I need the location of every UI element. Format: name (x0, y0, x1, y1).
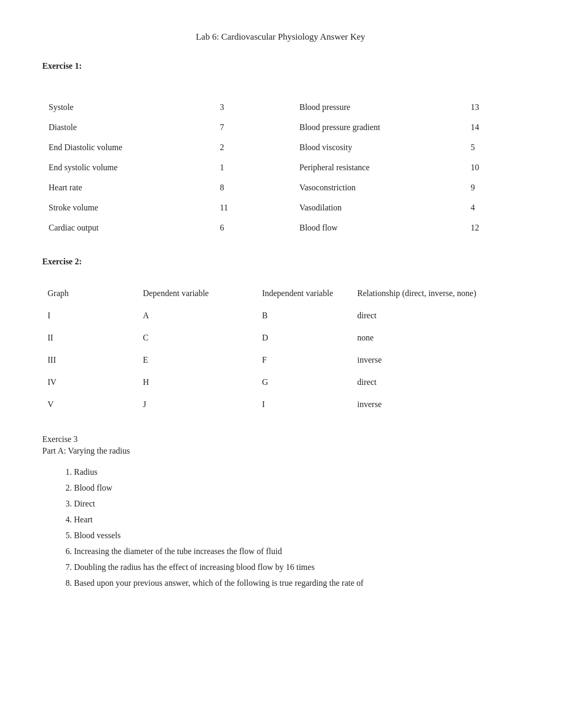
exercise3-title: Exercise 3 (42, 435, 519, 444)
table-row: V J I inverse (42, 393, 519, 416)
table-row: Cardiac output 6 Blood flow 12 (42, 218, 519, 238)
page-title: Lab 6: Cardiovascular Physiology Answer … (42, 32, 519, 42)
left-term: End Diastolic volume (42, 137, 218, 158)
table-header-row: Graph Dependent variable Independent var… (42, 282, 519, 305)
relationship-cell: inverse (352, 349, 519, 371)
right-term: Vasodilation (293, 198, 469, 218)
exercise3-subtitle: Part A: Varying the radius (42, 446, 519, 456)
left-term: Stroke volume (42, 198, 218, 218)
dependent-cell: C (137, 327, 257, 349)
independent-cell: I (257, 393, 352, 416)
exercise2-table: Graph Dependent variable Independent var… (42, 282, 519, 416)
list-item: Based upon your previous answer, which o… (74, 575, 519, 591)
right-term: Blood pressure gradient (293, 117, 469, 137)
graph-cell: III (42, 349, 137, 371)
right-term: Blood viscosity (293, 137, 469, 158)
table-row: End systolic volume 1 Peripheral resista… (42, 158, 519, 178)
independent-cell: G (257, 371, 352, 393)
left-value: 2 (218, 137, 268, 158)
right-value: 5 (469, 137, 519, 158)
left-term: Diastole (42, 117, 218, 137)
col-graph: Graph (42, 282, 137, 305)
left-value: 3 (218, 97, 268, 117)
right-term: Peripheral resistance (293, 158, 469, 178)
exercise2-heading: Exercise 2: (42, 257, 519, 266)
right-term: Vasoconstriction (293, 178, 469, 198)
left-term: Cardiac output (42, 218, 218, 238)
exercise1-table: Systole 3 Blood pressure 13 Diastole 7 B… (42, 97, 519, 238)
right-term: Blood pressure (293, 97, 469, 117)
list-item: Increasing the diameter of the tube incr… (74, 543, 519, 559)
table-row: II C D none (42, 327, 519, 349)
col-relationship: Relationship (direct, inverse, none) (352, 282, 519, 305)
col-dependent: Dependent variable (137, 282, 257, 305)
right-value: 9 (469, 178, 519, 198)
list-item: Doubling the radius has the effect of in… (74, 559, 519, 575)
relationship-cell: inverse (352, 393, 519, 416)
dependent-cell: E (137, 349, 257, 371)
independent-cell: B (257, 305, 352, 327)
graph-cell: I (42, 305, 137, 327)
table-row: Stroke volume 11 Vasodilation 4 (42, 198, 519, 218)
table-row: Heart rate 8 Vasoconstriction 9 (42, 178, 519, 198)
table-row: Systole 3 Blood pressure 13 (42, 97, 519, 117)
left-value: 7 (218, 117, 268, 137)
list-item: Blood vessels (74, 528, 519, 543)
left-value: 11 (218, 198, 268, 218)
list-item: Blood flow (74, 480, 519, 496)
table-row: III E F inverse (42, 349, 519, 371)
table-row: IV H G direct (42, 371, 519, 393)
list-item: Direct (74, 496, 519, 512)
right-value: 14 (469, 117, 519, 137)
dependent-cell: J (137, 393, 257, 416)
table-row: I A B direct (42, 305, 519, 327)
list-item: Heart (74, 512, 519, 528)
relationship-cell: direct (352, 371, 519, 393)
relationship-cell: none (352, 327, 519, 349)
dependent-cell: A (137, 305, 257, 327)
list-item: Radius (74, 464, 519, 480)
right-value: 10 (469, 158, 519, 178)
right-value: 4 (469, 198, 519, 218)
graph-cell: V (42, 393, 137, 416)
table-row: Diastole 7 Blood pressure gradient 14 (42, 117, 519, 137)
left-term: End systolic volume (42, 158, 218, 178)
exercise3-list: RadiusBlood flowDirectHeartBlood vessels… (42, 464, 519, 591)
table-row: End Diastolic volume 2 Blood viscosity 5 (42, 137, 519, 158)
left-value: 6 (218, 218, 268, 238)
dependent-cell: H (137, 371, 257, 393)
graph-cell: IV (42, 371, 137, 393)
left-term: Systole (42, 97, 218, 117)
right-term: Blood flow (293, 218, 469, 238)
col-independent: Independent variable (257, 282, 352, 305)
relationship-cell: direct (352, 305, 519, 327)
right-value: 13 (469, 97, 519, 117)
exercise1-heading: Exercise 1: (42, 61, 519, 71)
graph-cell: II (42, 327, 137, 349)
left-value: 8 (218, 178, 268, 198)
independent-cell: D (257, 327, 352, 349)
right-value: 12 (469, 218, 519, 238)
left-term: Heart rate (42, 178, 218, 198)
left-value: 1 (218, 158, 268, 178)
independent-cell: F (257, 349, 352, 371)
